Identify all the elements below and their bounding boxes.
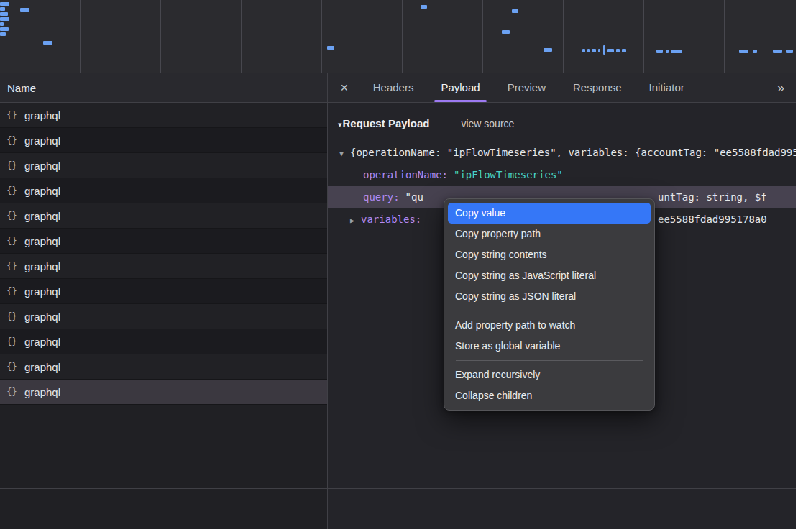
expand-icon[interactable]: ▶ xyxy=(350,209,361,231)
menu-item-copy-property-path[interactable]: Copy property path xyxy=(448,224,651,244)
request-name: graphql xyxy=(24,386,60,398)
request-timing-bar xyxy=(512,9,518,13)
request-name: graphql xyxy=(24,361,60,373)
tab-response[interactable]: Response xyxy=(559,73,636,102)
request-name: graphql xyxy=(24,260,60,272)
json-braces-icon: {} xyxy=(6,211,18,221)
request-timing-bar xyxy=(607,49,614,52)
network-request-row[interactable]: {}graphql xyxy=(0,354,327,380)
json-braces-icon: {} xyxy=(6,387,18,397)
network-request-row[interactable]: {}graphql xyxy=(0,304,327,329)
network-overview-timeline[interactable] xyxy=(0,0,796,73)
request-timing-bar xyxy=(603,45,605,55)
json-braces-icon: {} xyxy=(6,236,18,246)
menu-item-copy-value[interactable]: Copy value xyxy=(448,203,651,224)
request-timing-bar xyxy=(0,2,9,6)
json-braces-icon: {} xyxy=(6,135,18,145)
detail-tabs-bar: ✕ HeadersPayloadPreviewResponseInitiator… xyxy=(328,73,796,102)
network-request-row[interactable]: {}graphql xyxy=(0,103,327,128)
request-timing-bar xyxy=(786,50,793,53)
network-request-row[interactable]: {}graphql xyxy=(0,178,327,203)
tab-initiator[interactable]: Initiator xyxy=(636,73,698,102)
network-request-row[interactable]: {}graphql xyxy=(0,254,327,279)
request-timing-bar xyxy=(666,50,669,53)
property-value-continuation: ee5588fdad995178a0 xyxy=(658,208,767,231)
property-value-continuation: untTag: string, $f xyxy=(658,186,767,208)
network-request-row[interactable]: {}graphql xyxy=(0,203,327,229)
request-timing-bar xyxy=(656,50,663,53)
request-timing-bar xyxy=(43,41,52,45)
request-timing-bar xyxy=(0,12,8,16)
detail-tabs: HeadersPayloadPreviewResponseInitiator xyxy=(359,73,698,102)
tab-payload[interactable]: Payload xyxy=(427,73,493,102)
request-payload-section-header: ▾ Request Payload view source xyxy=(328,117,796,142)
network-request-row[interactable]: {}graphql xyxy=(0,329,327,354)
request-name: graphql xyxy=(24,235,60,247)
close-icon[interactable]: ✕ xyxy=(328,82,359,93)
request-name: graphql xyxy=(24,336,60,348)
menu-item-copy-string-as-json-literal[interactable]: Copy string as JSON literal xyxy=(448,286,651,307)
property-key: query: xyxy=(363,191,400,203)
menu-item-expand-recursively[interactable]: Expand recursively xyxy=(448,364,651,385)
context-menu: Copy valueCopy property pathCopy string … xyxy=(444,198,655,411)
network-request-row[interactable]: {}graphql xyxy=(0,128,327,153)
section-collapse-icon[interactable]: ▾ xyxy=(338,120,342,129)
menu-item-copy-string-contents[interactable]: Copy string contents xyxy=(448,244,651,265)
network-request-row[interactable]: {}graphql xyxy=(0,380,327,405)
network-request-row[interactable]: {}graphql xyxy=(0,229,327,254)
request-timing-bar xyxy=(616,49,620,52)
request-timing-bar xyxy=(544,48,552,52)
request-name: graphql xyxy=(24,185,60,197)
request-timing-bar xyxy=(592,49,596,52)
request-timing-bar xyxy=(0,32,6,36)
collapse-icon[interactable]: ▼ xyxy=(339,142,350,164)
tab-headers[interactable]: Headers xyxy=(359,73,428,102)
request-name: graphql xyxy=(24,160,60,172)
devtools-network-panel: Name ✕ HeadersPayloadPreviewResponseInit… xyxy=(0,0,796,529)
json-braces-icon: {} xyxy=(6,160,18,170)
root-object-preview: {operationName: "ipFlowTimeseries", vari… xyxy=(350,147,796,158)
json-braces-icon: {} xyxy=(6,311,18,321)
requests-rows: {}graphql{}graphql{}graphql{}graphql{}gr… xyxy=(0,103,327,405)
tree-row-operation-name[interactable]: operationName:"ipFlowTimeseries" xyxy=(328,164,796,186)
network-request-row[interactable]: {}graphql xyxy=(0,153,327,178)
request-timing-bar xyxy=(671,50,682,53)
column-header-name[interactable]: Name xyxy=(0,73,328,102)
request-timing-bar xyxy=(587,49,590,52)
column-header-label: Name xyxy=(7,82,36,94)
footer-divider xyxy=(0,488,796,489)
view-source-link[interactable]: view source xyxy=(461,118,514,129)
request-name: graphql xyxy=(24,285,60,298)
property-key: operationName: xyxy=(363,169,448,180)
json-braces-icon: {} xyxy=(6,261,18,271)
request-timing-bar xyxy=(0,27,9,31)
tab-preview[interactable]: Preview xyxy=(494,73,559,102)
property-value-start: "qu xyxy=(405,191,423,203)
menu-separator xyxy=(456,311,643,311)
json-braces-icon: {} xyxy=(6,110,18,120)
tree-row-root[interactable]: ▼{operationName: "ipFlowTimeseries", var… xyxy=(328,142,796,164)
request-timing-bar xyxy=(582,49,585,52)
network-request-row[interactable]: {}graphql xyxy=(0,279,327,304)
menu-separator xyxy=(456,360,643,361)
request-timing-bar xyxy=(0,17,9,21)
request-timing-bar xyxy=(0,7,5,11)
request-timing-bar xyxy=(622,49,626,52)
request-timing-bar xyxy=(773,50,782,53)
request-timing-bar xyxy=(502,30,510,34)
json-braces-icon: {} xyxy=(6,286,18,296)
menu-item-collapse-children[interactable]: Collapse children xyxy=(448,385,651,406)
request-timing-bar xyxy=(753,50,757,53)
more-tabs-icon[interactable]: » xyxy=(766,81,796,96)
menu-item-add-property-path-to-watch[interactable]: Add property path to watch xyxy=(448,315,651,336)
request-name: graphql xyxy=(24,311,60,323)
request-name: graphql xyxy=(24,109,60,121)
menu-item-copy-string-as-javascript-literal[interactable]: Copy string as JavaScript literal xyxy=(448,265,651,286)
request-timing-bar xyxy=(20,8,29,12)
menu-item-store-as-global-variable[interactable]: Store as global variable xyxy=(448,336,651,357)
request-timing-bar xyxy=(0,22,4,26)
section-title: Request Payload xyxy=(343,117,430,129)
request-timing-bar xyxy=(421,5,427,9)
request-timing-bar xyxy=(327,46,334,50)
json-braces-icon: {} xyxy=(6,362,18,372)
